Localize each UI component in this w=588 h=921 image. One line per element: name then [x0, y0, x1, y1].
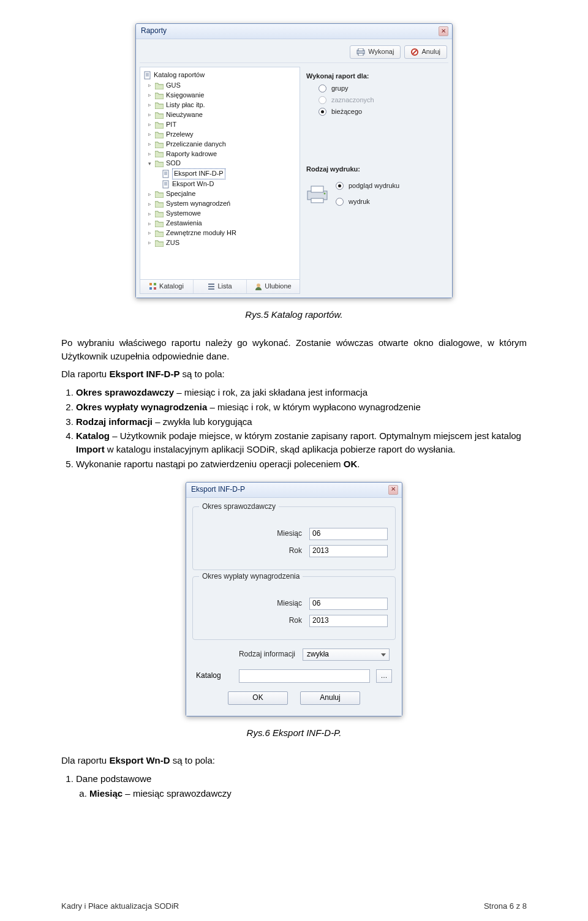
radio-label: zaznaczonych: [331, 96, 374, 105]
tree-label: ZUS: [166, 238, 179, 248]
field-katalog: Katalog …: [196, 669, 392, 683]
tree-folder[interactable]: ▹Nieużywane: [144, 110, 297, 120]
tree-label: Księgowanie: [166, 91, 204, 100]
figure-caption: Rys.6 Eksport INF-D-P.: [61, 726, 527, 740]
tree-folder[interactable]: ▹Raporty kadrowe: [144, 149, 297, 159]
svg-point-16: [324, 192, 326, 194]
list-item: Okres sprawozdawczy – miesiąc i rok, za …: [76, 386, 527, 399]
group-okres-wyplaty: Okres wypłaty wynagrodzenia Miesiąc 06 R…: [192, 576, 396, 640]
rok-input[interactable]: 2013: [309, 615, 388, 627]
radio-label: podgląd wydruku: [349, 181, 399, 191]
tree-root[interactable]: Katalog raportów: [144, 70, 297, 81]
miesiac-input[interactable]: 06: [309, 528, 388, 540]
radio-label: grupy: [331, 84, 349, 94]
dialog-buttons: OK Anuluj: [190, 691, 398, 705]
footer-right: Strona 6 z 8: [484, 901, 527, 912]
expand-icon[interactable]: ▹: [146, 81, 153, 89]
tree-file-infdp[interactable]: Eksport INF-D-P: [144, 168, 297, 179]
tree-label: Przeliczanie danych: [166, 140, 226, 149]
tree-folder[interactable]: ▹Przelewy: [144, 130, 297, 140]
list-icon: [208, 283, 215, 290]
rok-input[interactable]: 2013: [309, 545, 388, 557]
field-label: Katalog: [196, 671, 233, 681]
tree-label: Specjalne: [166, 189, 195, 199]
folder-icon: [155, 239, 164, 247]
svg-rect-15: [311, 198, 323, 203]
printer-large-icon: [306, 185, 328, 203]
expand-icon[interactable]: ▹: [146, 229, 153, 237]
paragraph: Dla raportu Eksport Wn-D są to pola:: [61, 754, 527, 767]
svg-rect-2: [358, 53, 363, 56]
browse-button[interactable]: …: [376, 669, 392, 683]
expand-icon[interactable]: ▹: [146, 220, 153, 228]
radio-zaznaczonych: zaznaczonych: [318, 96, 447, 105]
list-item: Wykonanie raportu nastąpi po zatwierdzen…: [76, 457, 527, 471]
figure-caption: Rys.5 Katalog raportów.: [61, 308, 527, 321]
expand-icon[interactable]: ▹: [146, 111, 153, 119]
anuluj-label: Anuluj: [421, 47, 440, 57]
cancel-button[interactable]: Anuluj: [300, 691, 360, 705]
expand-icon[interactable]: ▹: [146, 101, 153, 109]
list-item: Rodzaj informacji – zwykła lub korygując…: [76, 415, 527, 429]
window-titlebar: Eksport INF-D-P ✕: [186, 483, 402, 498]
svg-rect-6: [163, 170, 168, 178]
wykonaj-button[interactable]: Wykonaj: [350, 45, 401, 59]
folder-icon: [155, 200, 164, 208]
svg-rect-5: [145, 72, 150, 79]
tree-label: Przelewy: [166, 130, 194, 140]
expand-icon[interactable]: ▹: [146, 130, 153, 138]
tab-label: Ulubione: [265, 282, 291, 291]
expand-icon[interactable]: ▹: [146, 190, 153, 198]
field-miesiac: Miesiąc 06: [200, 528, 388, 540]
svg-rect-10: [149, 287, 152, 290]
tree-folder[interactable]: ▹ZUS: [144, 238, 297, 248]
tree-folder[interactable]: ▹Listy płac itp.: [144, 100, 297, 110]
expand-icon[interactable]: ▹: [146, 91, 153, 99]
expand-icon[interactable]: ▹: [146, 150, 153, 158]
tree-folder[interactable]: ▹Zewnętrzne moduły HR: [144, 228, 297, 238]
radio-wydruk[interactable]: wydruk: [336, 197, 399, 207]
tree-folder[interactable]: ▹Zestawienia: [144, 219, 297, 228]
catalog-tree[interactable]: Katalog raportów ▹GUS▹Księgowanie▹Listy …: [140, 67, 300, 279]
tab-lista[interactable]: Lista: [194, 280, 247, 293]
expand-down-icon[interactable]: ▾: [146, 160, 153, 168]
tree-label: Zestawienia: [166, 219, 202, 228]
tree-folder-sod[interactable]: ▾ SOD: [144, 159, 297, 168]
expand-icon[interactable]: ▹: [146, 140, 153, 148]
tree-folder[interactable]: ▹System wynagrodzeń: [144, 199, 297, 209]
radio-icon: [318, 108, 326, 116]
eksport-window: Eksport INF-D-P ✕ Okres sprawozdawczy Mi…: [186, 482, 402, 716]
rodzaj-select[interactable]: zwykła: [303, 648, 390, 661]
tree-folder[interactable]: ▹Specjalne: [144, 189, 297, 199]
tree-file-wnd[interactable]: Eksport Wn-D: [144, 179, 297, 189]
close-icon[interactable]: ✕: [388, 485, 398, 495]
tree-folder[interactable]: ▹GUS: [144, 81, 297, 91]
expand-icon[interactable]: ▹: [146, 200, 153, 208]
close-icon[interactable]: ✕: [439, 26, 448, 36]
cancel-icon: [411, 48, 418, 56]
radio-grupy[interactable]: grupy: [318, 84, 447, 94]
tree-folder[interactable]: ▹Systemowe: [144, 209, 297, 219]
folder-icon: [155, 230, 164, 237]
radio-biezacego[interactable]: bieżącego: [318, 107, 447, 117]
expand-icon[interactable]: ▹: [146, 210, 153, 218]
anuluj-button[interactable]: Anuluj: [404, 45, 447, 59]
tree-root-label: Katalog raportów: [154, 70, 205, 80]
katalog-input[interactable]: [239, 669, 370, 683]
folder-icon: [155, 150, 164, 157]
tab-ulubione[interactable]: Ulubione: [247, 280, 300, 293]
radio-podglad[interactable]: podgląd wydruku: [336, 181, 399, 191]
tree-folder[interactable]: ▹Księgowanie: [144, 91, 297, 100]
ok-button[interactable]: OK: [228, 691, 288, 705]
folder-icon: [155, 190, 164, 198]
tab-katalogi[interactable]: Katalogi: [140, 280, 194, 293]
field-label: Rok: [200, 546, 302, 556]
expand-icon[interactable]: ▹: [146, 121, 153, 129]
expand-icon[interactable]: ▹: [146, 239, 153, 247]
field-label: Miesiąc: [200, 598, 302, 609]
svg-rect-11: [154, 287, 156, 290]
tree-folder[interactable]: ▹Przeliczanie danych: [144, 140, 297, 149]
miesiac-input[interactable]: 06: [309, 598, 388, 610]
tree-folder[interactable]: ▹PIT: [144, 120, 297, 130]
tree-label: PIT: [166, 120, 176, 130]
